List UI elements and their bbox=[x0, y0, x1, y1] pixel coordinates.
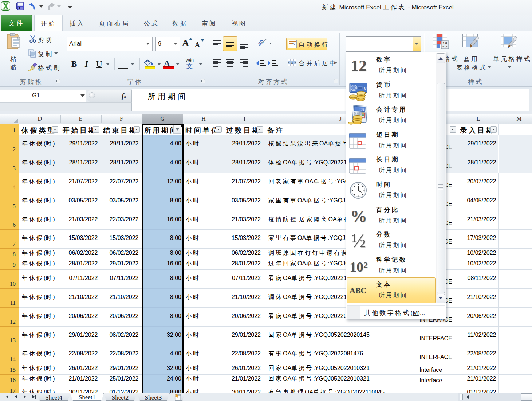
svg-text:a: a bbox=[291, 61, 293, 65]
svg-text:>: > bbox=[445, 45, 447, 48]
svg-text:≤: ≤ bbox=[442, 41, 444, 45]
svg-text:=: = bbox=[442, 45, 444, 48]
svg-text:123: 123 bbox=[359, 108, 365, 112]
svg-text:≠: ≠ bbox=[445, 41, 447, 45]
svg-text:R: R bbox=[363, 86, 367, 91]
